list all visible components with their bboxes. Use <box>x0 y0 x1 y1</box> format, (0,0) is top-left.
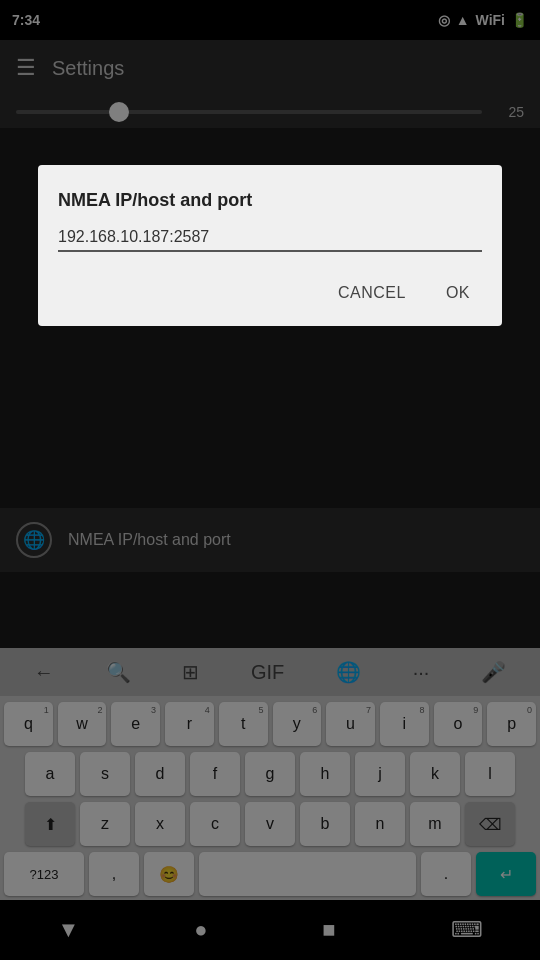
dialog: NMEA IP/host and port CANCEL OK <box>38 165 502 326</box>
dialog-title: NMEA IP/host and port <box>58 189 482 212</box>
cancel-button[interactable]: CANCEL <box>326 276 418 310</box>
dialog-overlay <box>0 0 540 960</box>
dialog-buttons: CANCEL OK <box>58 272 482 314</box>
dialog-input[interactable] <box>58 228 482 246</box>
ok-button[interactable]: OK <box>434 276 482 310</box>
dialog-input-row[interactable] <box>58 228 482 252</box>
